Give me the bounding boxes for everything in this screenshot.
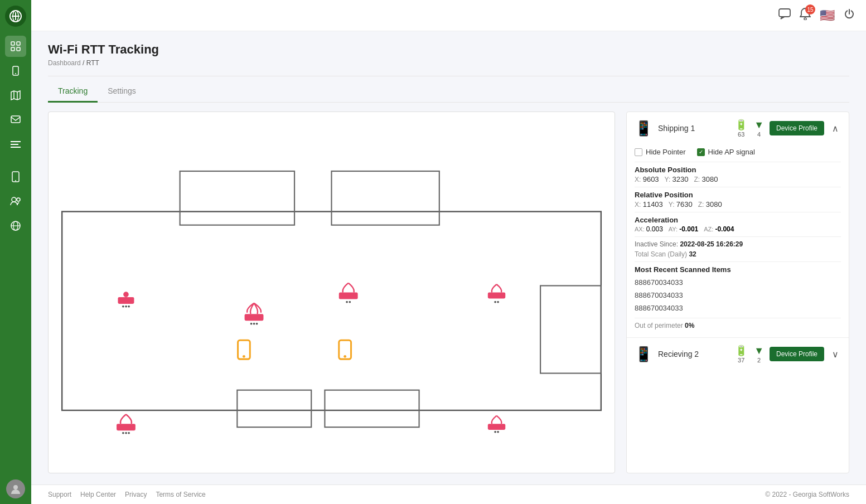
signal-icon-2: ▼	[754, 345, 764, 357]
accel-ax: AX: 0.003	[635, 225, 663, 233]
svg-text:●●: ●●	[494, 429, 499, 434]
abs-z: Z: 3080	[694, 175, 718, 183]
device-name-1: Shipping 1	[658, 124, 729, 133]
svg-rect-31	[325, 390, 419, 427]
breadcrumb-dashboard[interactable]: Dashboard	[48, 59, 81, 67]
device-profile-btn-1[interactable]: Device Profile	[770, 121, 824, 135]
hide-pointer-check[interactable]: Hide Pointer	[635, 148, 686, 156]
breadcrumb-rtt: RTT	[86, 59, 99, 67]
battery-block-2: 🔋 37	[735, 345, 747, 364]
svg-point-9	[15, 73, 16, 74]
main-content: 15 🇺🇸 Wi-Fi RTT Tracking Dashboard / RTT…	[31, 0, 866, 504]
detail-divider-6	[635, 318, 841, 318]
absolute-position-title: Absolute Position	[635, 166, 841, 174]
page-title: Wi-Fi RTT Tracking	[48, 42, 849, 57]
ap-2: ●●●	[245, 303, 264, 326]
sidebar-item-messages[interactable]	[5, 109, 26, 130]
check-row-1: Hide Pointer ✓ Hide AP signal	[635, 148, 841, 156]
sidebar-item-menu[interactable]	[5, 134, 26, 155]
phone-2	[339, 340, 351, 359]
relative-position-row: X: 11403 Y: 7630 Z: 3080	[635, 200, 841, 209]
chat-icon[interactable]	[778, 8, 791, 22]
sidebar-item-device[interactable]	[5, 60, 26, 81]
footer-support[interactable]: Support	[48, 491, 71, 498]
scan-item-3: 888670034033	[635, 302, 841, 314]
app-logo[interactable]	[5, 6, 26, 27]
map-container: ●●● ●●●	[48, 112, 615, 473]
hide-pointer-checkbox[interactable]	[635, 148, 642, 156]
svg-marker-10	[11, 91, 20, 100]
device-card-1: 📱 Shipping 1 🔋 63 ▼ 4 De	[627, 112, 849, 338]
power-icon[interactable]	[844, 8, 855, 22]
device-name-2: Recieving 2	[658, 350, 729, 358]
svg-rect-7	[17, 47, 20, 51]
device-phone-icon-2: 📱	[635, 346, 652, 363]
rel-z: Z: 3080	[698, 200, 722, 209]
svg-rect-27	[62, 212, 601, 410]
device-profile-btn-2[interactable]: Device Profile	[770, 347, 824, 361]
tab-bar: Tracking Settings	[48, 76, 849, 103]
floor-plan-svg: ●●● ●●●	[49, 112, 615, 473]
svg-rect-40	[488, 293, 505, 299]
accel-ay: AY: -0.001	[669, 225, 698, 233]
ap-4: ●●	[488, 284, 505, 304]
svg-text:●●●: ●●●	[122, 303, 130, 309]
svg-point-26	[804, 18, 806, 20]
abs-x: X: 9603	[635, 175, 659, 183]
battery-icon-2: 🔋	[735, 345, 747, 357]
svg-text:●●●: ●●●	[122, 430, 130, 435]
svg-rect-13	[11, 116, 20, 123]
signal-icon-1: ▼	[754, 119, 764, 131]
sidebar-item-map[interactable]	[5, 85, 26, 106]
detail-divider-5	[635, 261, 841, 262]
topbar: 15 🇺🇸	[31, 0, 866, 31]
user-avatar[interactable]	[6, 479, 25, 498]
footer-help[interactable]: Help Center	[80, 491, 116, 498]
tab-settings[interactable]: Settings	[98, 82, 146, 103]
body-row: ●●● ●●●	[48, 112, 849, 473]
ap-6: ●●	[488, 416, 505, 434]
page-content: Wi-Fi RTT Tracking Dashboard / RTT Track…	[31, 31, 866, 484]
total-scan-row: Total Scan (Daily) 32	[635, 250, 841, 258]
sidebar-item-users[interactable]	[5, 191, 26, 212]
hide-ap-check[interactable]: ✓ Hide AP signal	[697, 148, 755, 156]
detail-divider-2	[635, 187, 841, 187]
svg-point-49	[344, 355, 346, 358]
scan-item-1: 888670034033	[635, 276, 841, 289]
tab-tracking[interactable]: Tracking	[48, 82, 98, 103]
battery-value-1: 63	[738, 131, 744, 138]
collapse-btn-2[interactable]: ∨	[830, 349, 841, 360]
ap-1: ●●●	[118, 292, 134, 309]
svg-text:●●: ●●	[346, 299, 351, 304]
sidebar-item-grid[interactable]	[5, 36, 26, 57]
battery-icon-1: 🔋	[735, 119, 747, 131]
abs-y: Y: 3230	[665, 175, 689, 183]
svg-point-24	[13, 485, 18, 490]
device-details-1: Hide Pointer ✓ Hide AP signal Absolute P…	[627, 144, 849, 337]
ap-3: ●●	[339, 283, 358, 304]
acceleration-title: Acceleration	[635, 216, 841, 224]
acceleration-row: AX: 0.003 AY: -0.001 AZ: -0.004	[635, 225, 841, 233]
device-card-header-1: 📱 Shipping 1 🔋 63 ▼ 4 De	[627, 112, 849, 144]
sidebar-bottom	[6, 479, 25, 498]
notification-icon[interactable]: 15	[800, 8, 811, 23]
sidebar-item-mobile[interactable]	[5, 166, 26, 187]
sidebar-item-globe[interactable]	[5, 215, 26, 236]
inactive-label: Inactive Since:	[635, 240, 678, 248]
notification-badge: 15	[805, 4, 815, 14]
svg-point-34	[123, 292, 129, 297]
flag-icon[interactable]: 🇺🇸	[820, 8, 835, 23]
svg-text:●●●: ●●●	[250, 321, 258, 326]
footer-privacy[interactable]: Privacy	[125, 491, 147, 498]
perimeter-value: 0%	[685, 322, 694, 329]
inactive-since-row: Inactive Since: 2022-08-25 16:26:29	[635, 240, 841, 248]
svg-text:●●: ●●	[494, 299, 499, 304]
hide-pointer-label: Hide Pointer	[646, 148, 686, 156]
collapse-btn-1[interactable]: ∧	[830, 123, 841, 134]
svg-rect-42	[117, 424, 136, 430]
battery-value-2: 37	[738, 357, 744, 364]
phone-1	[238, 340, 250, 359]
svg-rect-25	[779, 9, 790, 17]
footer-tos[interactable]: Terms of Service	[156, 491, 205, 498]
hide-ap-checkbox[interactable]: ✓	[697, 148, 705, 156]
